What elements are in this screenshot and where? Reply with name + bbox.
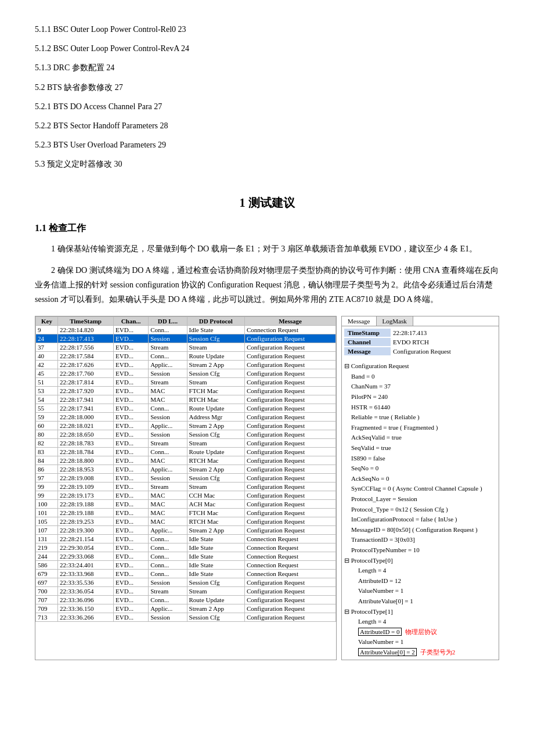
tree-item: AttributeID = 0物理层协议 [358,627,496,638]
table-row[interactable]: 9922:28:19.173EVD...MACCCH MacConfigurat… [36,491,336,500]
table-row[interactable]: 10522:28:19.253EVD...MACRTCH MacConfigur… [36,517,336,526]
toc-item-1: 5.1.1 BSC Outer Loop Power Control-Rel0 … [35,22,499,37]
tree-item: ProtocolTypeNumber = 10 [351,545,496,556]
table-row[interactable]: 5422:28:17.941EVD...MACRTCH MacConfigura… [36,395,336,404]
msg-value: Configuration Request [391,347,453,355]
table-row[interactable]: 922:28:14.820EVD...Conn...Idle StateConn… [36,326,336,334]
tree-item: Fragmented = true ( Fragmented ) [351,423,496,433]
toc-item-7: 5.2.3 BTS User Overload Parameters 29 [35,138,499,152]
table-row[interactable]: 24422:29:33.068EVD...Conn...Idle StateCo… [36,552,336,561]
ts-label: TimeStamp [344,329,391,337]
table-row[interactable]: 10722:28:19.300EVD...Applic...Stream 2 A… [36,526,336,535]
table-row[interactable]: 13122:28:21.154EVD...Conn...Idle StateCo… [36,535,336,543]
tab-logmask[interactable]: LogMask [377,316,413,326]
tree-item: SynCCFlag = 0 ( Async Control Channel Ca… [351,484,496,494]
table-row[interactable]: 5322:28:17.920EVD...MACFTCH MacConfigura… [36,387,336,395]
tree-item: Protocol_Layer = Session [351,494,496,505]
table-row[interactable]: 58622:33:24.401EVD...Conn...Idle StateCo… [36,561,336,570]
table-row[interactable]: 5522:28:17.941EVD...Conn...Route UpdateC… [36,404,336,413]
table-row[interactable]: 4022:28:17.584EVD...Conn...Route UpdateC… [36,352,336,361]
table-row[interactable]: 8622:28:18.953EVD...Applic...Stream 2 Ap… [36,465,336,474]
tree-item: AckSeqNo = 0 [351,474,496,484]
tree-item: ⊟ ProtocolType[0] [344,556,496,566]
info-row-timestamp: TimeStamp 22:28:17.413 [344,329,496,337]
log-table[interactable]: Key TimeStamp Chan... DD L... DD Protoco… [35,316,337,660]
tree-item: Band = 0 [351,372,496,382]
table-row[interactable]: 70722:33:36.096EVD...Conn...Route Update… [36,596,336,604]
info-row-channel: Channel EVDO RTCH [344,338,496,346]
chan-label: Channel [344,338,391,346]
table-row[interactable]: 10022:28:19.188EVD...MACACH MacConfigura… [36,500,336,509]
section-heading: 1.1 检查工作 [35,222,499,235]
table-row[interactable]: 10122:28:19.188EVD...MACFTCH MacConfigur… [36,509,336,517]
table-row[interactable]: 21922:29:30.054EVD...Conn...Idle StateCo… [36,543,336,552]
table-row[interactable]: 9922:28:19.109EVD...StreamStreamConfigur… [36,483,336,491]
table-row[interactable]: 5922:28:18.000EVD...SessionAddress MgrCo… [36,413,336,422]
col-ddl: DD L... [149,317,187,326]
tree-item: SeqNo = 0 [351,463,496,474]
table-row[interactable]: 5122:28:17.814EVD...StreamStreamConfigur… [36,378,336,387]
paragraph-1: 1 确保基站传输资源充足，尽量做到每个 DO 载扇一条 E1；对于 3 扇区单载… [35,242,499,256]
toc-item-3: 5.1.3 DRC 参数配置 24 [35,60,499,75]
tree-item: PilotPN = 240 [351,392,496,402]
table-row[interactable]: 8422:28:18.800EVD...MACRTCH MacConfigura… [36,456,336,465]
tree-item: ⊟ Configuration Request [344,361,496,372]
table-row[interactable]: 6022:28:18.021EVD...Applic...Stream 2 Ap… [36,422,336,430]
main-content-area: Key TimeStamp Chan... DD L... DD Protoco… [35,316,499,660]
tree-item: AttributeValue[0] = 2子类型号为2 [358,647,496,658]
tree-item: Length = 4 [358,566,496,576]
tree-item: ValueNumber = 1 [358,637,496,647]
col-chan: Chan... [114,317,149,326]
ts-value: 22:28:17.413 [391,329,429,337]
col-msg: Message [245,317,336,326]
tree-item: ValueNumber = 1 [358,586,496,596]
toc-item-5: 5.2.1 BTS DO Access Channel Para 27 [35,99,499,114]
col-proto: DD Protocol [187,317,245,326]
tree-item: InConfigurationProtocol = false ( InUse … [351,514,496,525]
table-row[interactable]: 70922:33:36.150EVD...Applic...Stream 2 A… [36,604,336,613]
tree-item: AckSeqValid = true [351,433,496,443]
chan-value: EVDO RTCH [391,338,431,346]
tree-item: Reliable = true ( Reliable ) [351,412,496,423]
chapter-title: 1 测试建议 [35,195,499,211]
tree-item: IS890 = false [351,453,496,464]
table-row[interactable]: 71322:33:36.266EVD...SessionSession CfgC… [36,613,336,622]
right-panel: Message LogMask TimeStamp 22:28:17.413 C… [341,316,499,660]
info-row-message: Message Configuration Request [344,347,496,355]
msg-label: Message [344,347,391,355]
tree-item: Length = 4 [358,617,496,627]
toc-section: 5.1.1 BSC Outer Loop Power Control-Rel0 … [35,22,499,172]
paragraph-2: 2 确保 DO 测试终端为 DO A 终端，通过检查会话协商阶段对物理层子类型协… [35,263,499,307]
table-row[interactable]: 3722:28:17.556EVD...StreamStreamConfigur… [36,343,336,352]
col-key: Key [36,317,58,326]
tree-item: SeqValid = true [351,443,496,453]
tree-item: TransactionID = 3[0x03] [351,535,496,545]
toc-item-4: 5.2 BTS 缺省参数修改 27 [35,80,499,95]
tree-section: ⊟ Configuration RequestBand = 0ChanNum =… [342,359,499,660]
table-row[interactable]: 8022:28:18.650EVD...SessionSession CfgCo… [36,430,336,439]
table-row[interactable]: 67922:33:33.968EVD...Conn...Idle StateCo… [36,570,336,578]
table-row[interactable]: 8222:28:18.783EVD...StreamStreamConfigur… [36,439,336,448]
table-row[interactable]: 4222:28:17.626EVD...Applic...Stream 2 Ap… [36,361,336,369]
tree-item: ⊟ ProtocolType[1] [344,607,496,617]
table-row[interactable]: 70022:33:36.054EVD...StreamStreamConfigu… [36,587,336,596]
tree-item: AttributeValue[0] = 1 [358,596,496,607]
table-row[interactable]: 9722:28:19.008EVD...SessionSession CfgCo… [36,474,336,483]
tree-item: MessageID = 80[0x50] ( Configuration Req… [351,525,496,535]
table-row[interactable]: 4522:28:17.760EVD...SessionSession CfgCo… [36,369,336,378]
toc-item-2: 5.1.2 BSC Outer Loop Power Control-RevA … [35,41,499,56]
table-row[interactable]: 8322:28:18.784EVD...Conn...Route UpdateC… [36,448,336,456]
right-tabs: Message LogMask [342,316,499,326]
tree-item: AttributeID = 12 [358,576,496,586]
toc-item-6: 5.2.2 BTS Sector Handoff Parameters 28 [35,118,499,133]
right-info-section: TimeStamp 22:28:17.413 Channel EVDO RTCH… [342,326,499,359]
tab-message[interactable]: Message [342,316,377,326]
tree-item: HSTR = 61440 [351,402,496,413]
table-row[interactable]: 69722:33:35.536EVD...SessionSession CfgC… [36,578,336,587]
tree-item: Protocol_Type = 0x12 ( Session Cfg ) [351,505,496,515]
toc-item-8: 5.3 预定义定时器修改 30 [35,157,499,171]
col-ts: TimeStamp [58,317,114,326]
table-row[interactable]: 2422:28:17.413EVD...SessionSession CfgCo… [36,334,336,343]
tree-item: ChanNum = 37 [351,381,496,392]
